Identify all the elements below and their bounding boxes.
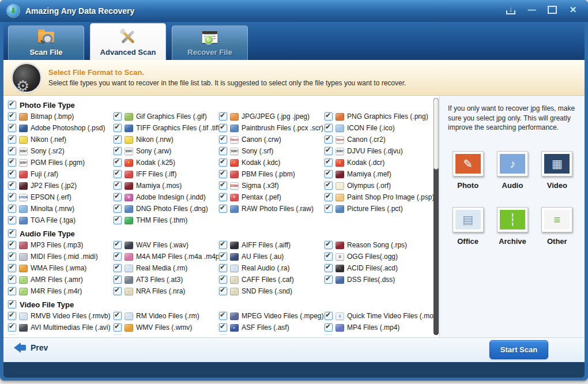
file-type-row[interactable]: AVI Multimedias File (.avi) bbox=[7, 322, 112, 333]
checkbox[interactable] bbox=[8, 124, 16, 132]
file-type-row[interactable]: MIDI Files (.mid .midi) bbox=[7, 251, 112, 262]
checkbox[interactable] bbox=[8, 147, 16, 155]
file-type-row[interactable]: PNG Graphics Files (.png) bbox=[323, 111, 434, 122]
file-type-row[interactable]: ♪SND Files (.snd) bbox=[218, 285, 323, 297]
section-checkbox[interactable] bbox=[8, 101, 16, 109]
checkbox[interactable] bbox=[114, 170, 122, 178]
checkbox[interactable] bbox=[114, 323, 122, 332]
checkbox[interactable] bbox=[114, 287, 122, 295]
file-type-row[interactable]: SONYPGM Files (.pgm) bbox=[7, 157, 112, 168]
file-type-row[interactable]: SONYSony (.srf) bbox=[218, 145, 323, 157]
file-type-row[interactable]: AT3 Files (.at3) bbox=[112, 274, 218, 285]
checkbox[interactable] bbox=[325, 159, 333, 167]
checkbox[interactable] bbox=[219, 241, 227, 249]
file-type-row[interactable] bbox=[218, 333, 323, 335]
category-office[interactable]: ▤Office bbox=[446, 207, 490, 246]
file-type-row[interactable]: Paint Shop Pro Image (.psp) bbox=[323, 191, 434, 203]
file-type-row[interactable]: JP2 Files (.jp2) bbox=[7, 180, 112, 191]
checkbox[interactable] bbox=[219, 112, 227, 121]
file-type-row[interactable]: IDAdobe Indesign (.indd) bbox=[112, 191, 218, 203]
checkbox[interactable] bbox=[219, 312, 227, 320]
file-type-row[interactable]: MP3 Files (.mp3) bbox=[7, 239, 112, 251]
file-type-row[interactable]: Real Media (.rm) bbox=[112, 262, 218, 274]
checkbox[interactable] bbox=[325, 253, 333, 261]
checkbox[interactable] bbox=[114, 112, 122, 121]
file-type-row[interactable]: JPG/JPEG (.jpg .jpeg) bbox=[218, 111, 323, 122]
checkbox[interactable] bbox=[8, 312, 16, 320]
checkbox[interactable] bbox=[114, 253, 122, 261]
file-type-row[interactable]: SIGMASigma (.x3f) bbox=[218, 180, 323, 191]
checkbox[interactable] bbox=[325, 276, 333, 284]
checkbox[interactable] bbox=[8, 264, 16, 272]
file-type-row[interactable]: DNG Photo Files (.dng) bbox=[112, 203, 218, 214]
file-type-row[interactable]: ICON File (.ico) bbox=[323, 122, 434, 134]
category-video[interactable]: ▦Video bbox=[535, 151, 579, 190]
category-archive[interactable]: ┆Archive bbox=[490, 207, 534, 246]
scrollbar-thumb[interactable] bbox=[434, 98, 439, 170]
checkbox[interactable] bbox=[114, 135, 122, 144]
checkbox[interactable] bbox=[8, 193, 16, 201]
checkbox[interactable] bbox=[325, 170, 333, 178]
file-type-row[interactable]: THM Files (.thm) bbox=[112, 214, 218, 226]
file-type-row[interactable]: RAW Photo Files (.raw) bbox=[218, 203, 323, 214]
file-type-row[interactable]: Nikon (.nef) bbox=[7, 134, 112, 145]
file-type-row[interactable]: TIFF Graphics Files (.tif .tiff) bbox=[112, 122, 218, 134]
file-type-row[interactable]: PBM Files (.pbm) bbox=[218, 168, 323, 180]
export-icon[interactable]: ↓ bbox=[504, 3, 518, 16]
file-type-row[interactable]: Paintbrush Files (.pcx .scr) bbox=[218, 122, 323, 134]
checkbox[interactable] bbox=[219, 124, 227, 132]
checkbox[interactable] bbox=[325, 312, 333, 320]
file-type-row[interactable]: Nikon (.nrw) bbox=[112, 134, 218, 145]
file-type-row[interactable]: Olympus (.orf) bbox=[323, 180, 434, 191]
close-icon[interactable]: ✕ bbox=[566, 3, 580, 16]
checkbox[interactable] bbox=[219, 135, 227, 144]
checkbox[interactable] bbox=[114, 241, 122, 249]
file-type-row[interactable]: QQuick Time Video Files (.mov) bbox=[323, 310, 434, 322]
file-type-row[interactable]: Picture Files (.pct) bbox=[323, 203, 434, 214]
checkbox[interactable] bbox=[114, 205, 122, 213]
checkbox[interactable] bbox=[8, 323, 16, 332]
file-type-row[interactable]: Bitmap (.bmp) bbox=[7, 111, 112, 122]
checkbox[interactable] bbox=[114, 276, 122, 284]
checkbox[interactable] bbox=[325, 112, 333, 121]
checkbox[interactable] bbox=[8, 205, 16, 213]
checkbox[interactable] bbox=[325, 124, 333, 132]
checkbox[interactable] bbox=[114, 193, 122, 201]
file-type-row[interactable] bbox=[7, 333, 112, 335]
checkbox[interactable] bbox=[8, 276, 16, 284]
checkbox[interactable] bbox=[219, 264, 227, 272]
file-type-row[interactable]: ♪NRA Files (.nra) bbox=[112, 285, 218, 297]
section-checkbox[interactable] bbox=[8, 300, 16, 308]
file-type-row[interactable]: MP4 Files (.mp4) bbox=[323, 322, 434, 333]
checkbox[interactable] bbox=[325, 147, 333, 155]
checkbox[interactable] bbox=[325, 323, 333, 332]
file-type-row[interactable]: ♪M4R Files (.m4r) bbox=[7, 285, 112, 297]
category-audio[interactable]: ♪Audio bbox=[490, 151, 534, 190]
file-type-row[interactable]: Real Audio (.ra) bbox=[218, 262, 323, 274]
file-type-row[interactable]: EPSONEPSON (.erf) bbox=[7, 191, 112, 203]
file-type-row[interactable]: MPEG Video Files (.mpeg) bbox=[218, 310, 323, 322]
file-type-row[interactable]: ♪CAFF Files (.caf) bbox=[218, 274, 323, 285]
file-type-row[interactable]: TGA File (.tga) bbox=[7, 214, 112, 226]
file-type-row[interactable]: WMV Files (.wmv) bbox=[112, 322, 218, 333]
file-type-row[interactable] bbox=[112, 333, 218, 335]
prev-button[interactable]: Prev bbox=[14, 342, 48, 353]
file-type-row[interactable]: DSS Files(.dss) bbox=[323, 274, 434, 285]
checkbox[interactable] bbox=[8, 170, 16, 178]
file-type-row[interactable]: Mamiya (.mos) bbox=[112, 180, 218, 191]
file-type-row[interactable]: IFF Files (.iff) bbox=[112, 168, 218, 180]
checkbox[interactable] bbox=[114, 312, 122, 320]
checkbox[interactable] bbox=[8, 159, 16, 167]
checkbox[interactable] bbox=[8, 135, 16, 144]
file-type-row[interactable]: WMA Files (.wma) bbox=[7, 262, 112, 274]
checkbox[interactable] bbox=[8, 287, 16, 295]
checkbox[interactable] bbox=[219, 287, 227, 295]
checkbox[interactable] bbox=[114, 216, 122, 224]
checkbox[interactable] bbox=[114, 147, 122, 155]
checkbox[interactable] bbox=[114, 159, 122, 167]
tab-scan-file[interactable]: Scan File bbox=[8, 25, 84, 60]
checkbox[interactable] bbox=[219, 159, 227, 167]
tab-advanced-scan[interactable]: Advanced Scan bbox=[90, 23, 166, 60]
file-type-row[interactable]: KKodak (.kdc) bbox=[218, 157, 323, 168]
checkbox[interactable] bbox=[219, 193, 227, 201]
